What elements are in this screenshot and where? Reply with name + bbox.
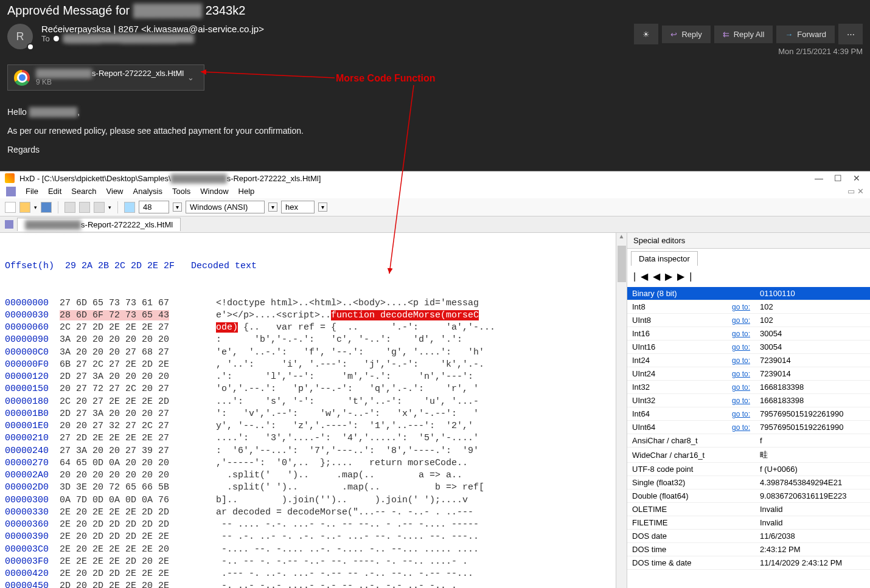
body-line: As per our renewed policy, please see at… [7,122,863,140]
email-actions: ☀ ↩Reply ⇇Reply All →Forward ⋯ [634,24,863,44]
reply-icon: ↩ [670,30,677,39]
menu-window[interactable]: Window [200,187,228,196]
data-inspector-row[interactable]: Binary (8 bit)01100110 [627,287,870,300]
offset-header: Offset(h) 29 2A 2B 2C 2D 2E 2F [5,261,175,271]
special-editors-panel: Special editors Data inspector |◀◀▶▶| Bi… [627,233,870,588]
chrome-icon [14,70,30,86]
dropdown-icon[interactable]: ▾ [268,202,277,212]
hxd-titlebar: HxD - [C:\Users\dpickett\Desktop\Samples… [0,171,870,185]
bytes-per-row-input[interactable] [139,201,169,213]
forward-icon: → [785,30,793,39]
data-inspector-row[interactable]: OLETIMEInvalid [627,503,870,516]
menu-file[interactable]: File [26,187,38,196]
mdi-restore-icon[interactable]: ▭ ✕ [847,187,864,196]
last-icon[interactable]: ▶| [677,271,697,282]
email-timestamp: Mon 2/15/2021 4:39 PM [634,47,863,56]
hxd-window: HxD - [C:\Users\dpickett\Desktop\Samples… [0,171,870,588]
maximize-button[interactable]: ☐ [834,173,842,183]
file-tab[interactable]: ██████████s-Report-272222_xls.HtMl [17,218,181,231]
data-inspector-row[interactable]: DOS date11/6/2038 [627,530,870,543]
scroll-thumb[interactable] [618,246,626,282]
chevron-down-icon[interactable]: ⌄ [184,73,198,82]
more-actions-button[interactable]: ⋯ [838,24,863,44]
open-icon[interactable] [19,202,30,213]
sun-icon-button[interactable]: ☀ [634,24,658,44]
hxd-toolbar: ▾ ▾ ▾ ▾ ▾ [0,198,870,216]
first-icon[interactable]: |◀ [633,271,653,282]
data-inspector-row[interactable]: Int64go to:7957695015192261990 [627,407,870,421]
forward-button[interactable]: →Forward [776,26,835,43]
data-inspector-row[interactable]: UInt32go to:1668183398 [627,394,870,407]
email-message-pane: Approvéd Messagé for ████████ 2343k2 R R… [0,0,870,171]
body-hello-end: , [77,107,80,117]
annotation-label: Morse Code Function [336,73,436,84]
sender-name: Rećeiverpaysksa | 8267 <k.iwasawa@ai-ser… [41,24,634,34]
to-line: To a██████ey@s██████████.com [41,34,634,43]
data-inspector-row[interactable]: UInt24go to:7239014 [627,367,870,381]
data-inspector-row[interactable]: UInt64go to:7957695015192261990 [627,421,870,434]
data-inspector-row[interactable]: Int24go to:7239014 [627,354,870,367]
data-inspector-row[interactable]: DOS time2:43:12 PM [627,543,870,556]
email-subject: Approvéd Messagé for ████████ 2343k2 [7,0,863,24]
to-label: To [41,34,50,43]
new-icon[interactable] [5,202,16,213]
save-icon[interactable] [41,202,52,213]
menu-search[interactable]: Search [71,187,96,196]
data-inspector-tab[interactable]: Data inspector [631,251,698,266]
data-inspector-row[interactable]: Double (float64)9.08367206316119E223 [627,489,870,503]
base-select[interactable] [281,201,315,213]
hxd-menubar: File Edit Search View Analysis Tools Win… [0,185,870,198]
attachment-chip[interactable]: ██████████s-Report-272222_xls.HtMl 9 KB … [7,64,204,91]
data-inspector-row[interactable]: FILETIMEInvalid [627,516,870,530]
paste-icon[interactable] [94,202,105,213]
sender-avatar[interactable]: R [7,24,33,49]
data-inspector-row[interactable]: Int16go to:30054 [627,327,870,341]
scroll-up-icon[interactable]: ▲ [619,233,625,240]
prev-icon[interactable]: ◀ [653,271,665,282]
data-inspector-row[interactable]: DOS time & date11/14/2029 2:43:12 PM [627,556,870,570]
scrollbar[interactable]: ▲ [616,233,627,588]
close-button[interactable]: ✕ [853,173,860,183]
data-inspector-row[interactable]: Int8go to:102 [627,300,870,314]
menu-edit[interactable]: Edit [48,187,61,196]
tab-redacted: ██████████ [25,220,81,229]
data-inspector-row[interactable]: UInt8go to:102 [627,314,870,327]
body-hello-redacted: ████████ [29,107,77,117]
menu-view[interactable]: View [106,187,124,196]
hxd-app-icon [5,173,15,183]
hex-editor-area[interactable]: Offset(h) 29 2A 2B 2C 2D 2E 2F Decoded t… [0,233,616,588]
cut-icon[interactable] [64,202,75,213]
presence-icon [27,43,34,50]
menu-tools[interactable]: Tools [172,187,190,196]
hxd-title-redacted: ██████████ [171,174,227,183]
encoding-select[interactable] [186,201,265,213]
data-inspector-row[interactable]: WideChar / char16_t畦 [627,448,870,463]
hex-icon[interactable] [124,202,135,213]
menu-analysis[interactable]: Analysis [133,187,162,196]
subject-redacted: ████████ [133,4,202,17]
toolbar-dropdown-icon[interactable]: ▾ [34,204,37,210]
data-inspector-row[interactable]: UInt16go to:30054 [627,341,870,354]
minimize-button[interactable]: — [815,173,823,183]
attachment-name: s-Report-272222_xls.HtMl [92,69,184,78]
toolbar-dropdown-icon[interactable]: ▾ [108,204,111,210]
subject-prefix: Approvéd Messagé for [7,4,133,17]
dropdown-icon[interactable]: ▾ [318,202,327,212]
menu-help[interactable]: Help [238,187,255,196]
data-inspector-row[interactable]: AnsiChar / char8_tf [627,434,870,448]
copy-icon[interactable] [79,202,90,213]
avatar-initial: R [16,30,24,43]
body-regards: Regards [7,140,863,159]
attachment-size: 9 KB [36,78,184,86]
data-inspector-row[interactable]: Int32go to:1668183398 [627,381,870,394]
forward-label: Forward [797,30,826,39]
reply-button[interactable]: ↩Reply [662,26,710,43]
data-inspector-row[interactable]: Single (float32)4.39878453849294E21 [627,476,870,489]
next-icon[interactable]: ▶ [665,271,677,282]
presence-dot-icon [54,36,59,41]
dropdown-icon[interactable]: ▾ [173,202,182,212]
data-inspector-row[interactable]: UTF-8 code pointf (U+0066) [627,463,870,476]
reply-all-button[interactable]: ⇇Reply All [714,26,773,43]
tab-doc-icon [5,220,13,229]
hxd-title-suffix: s-Report-272222_xls.HtMl] [227,174,321,183]
